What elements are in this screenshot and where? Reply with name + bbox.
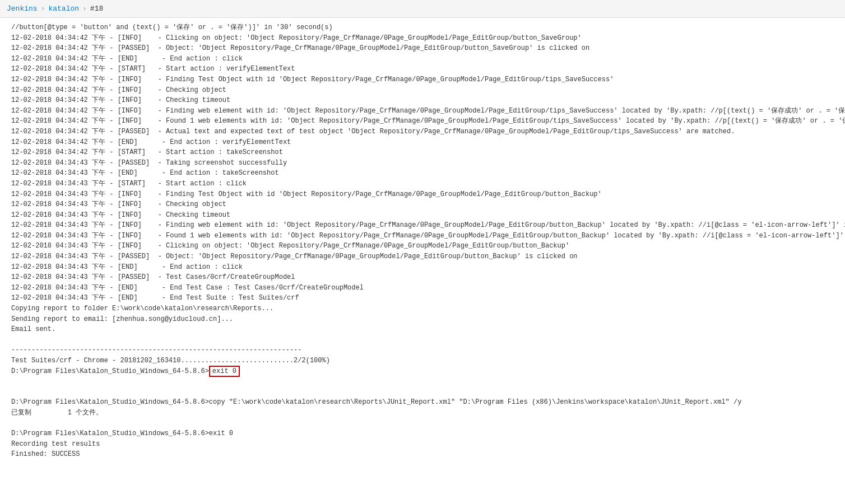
log-line: 12-02-2018 04:34:42 下午 - [INFO] - Checki… — [11, 95, 834, 106]
breadcrumb-sep2: › — [82, 4, 87, 13]
log-line: Recording test results — [11, 439, 834, 450]
log-line: 12-02-2018 04:34:42 下午 - [INFO] - Findin… — [11, 74, 834, 85]
log-line: 12-02-2018 04:34:43 下午 - [INFO] - Clicki… — [11, 241, 834, 251]
log-line: 12-02-2018 04:34:42 下午 - [END] - End act… — [11, 137, 834, 148]
log-line: 12-02-2018 04:34:42 下午 - [INFO] - Findin… — [11, 106, 834, 116]
log-line: 12-02-2018 04:34:42 下午 - [INFO] - Checki… — [11, 85, 834, 96]
log-line: 12-02-2018 04:34:43 下午 - [START] - Start… — [11, 179, 834, 189]
log-line: 12-02-2018 04:34:42 下午 - [INFO] - Found … — [11, 116, 834, 127]
log-line: 12-02-2018 04:34:43 下午 - [PASSED] - Test… — [11, 272, 834, 283]
log-line: 12-02-2018 04:34:43 下午 - [END] - End act… — [11, 262, 834, 273]
breadcrumb-sep1: › — [41, 4, 45, 13]
log-line: 12-02-2018 04:34:43 下午 - [INFO] - Checki… — [11, 199, 834, 210]
log-line — [11, 335, 834, 346]
breadcrumb-bar: Jenkins › katalon › #18 — [0, 0, 845, 18]
log-output: //button[@type = 'button' and (text() = … — [0, 18, 845, 464]
log-line: 12-02-2018 04:34:42 下午 - [START] - Start… — [11, 147, 834, 158]
log-line: ----------------------------------------… — [11, 345, 834, 356]
log-line: 12-02-2018 04:34:42 下午 - [START] - Start… — [11, 64, 834, 74]
log-line: 12-02-2018 04:34:43 下午 - [INFO] - Findin… — [11, 189, 834, 200]
log-line: 12-02-2018 04:34:43 下午 - [PASSED] - Obje… — [11, 251, 834, 262]
log-line: 12-02-2018 04:34:42 下午 - [PASSED] - Obje… — [11, 43, 834, 54]
log-line: 12-02-2018 04:34:43 下午 - [END] - End Tes… — [11, 293, 834, 304]
log-line: D:\Program Files\Katalon_Studio_Windows_… — [11, 428, 834, 439]
log-line: Test Suites/crf - Chrome - 20181202_1634… — [11, 356, 834, 366]
log-line: Sending report to email: [zhenhua.song@y… — [11, 314, 834, 325]
log-line: 12-02-2018 04:34:43 下午 - [PASSED] - Taki… — [11, 158, 834, 169]
log-line: 12-02-2018 04:34:43 下午 - [END] - End Tes… — [11, 283, 834, 293]
log-line: Finished: SUCCESS — [11, 449, 834, 460]
breadcrumb-build: #18 — [90, 4, 103, 13]
log-line: 12-02-2018 04:34:42 下午 - [INFO] - Clicki… — [11, 33, 834, 44]
log-line: 12-02-2018 04:34:43 下午 - [INFO] - Found … — [11, 231, 834, 241]
breadcrumb-katalon[interactable]: katalon — [48, 4, 79, 13]
log-line: 12-02-2018 04:34:43 下午 - [END] - End act… — [11, 168, 834, 179]
log-line — [11, 376, 834, 387]
log-line: Email sent. — [11, 324, 834, 335]
log-line: 12-02-2018 04:34:43 下午 - [INFO] - Findin… — [11, 220, 834, 231]
log-line: //button[@type = 'button' and (text() = … — [11, 22, 834, 33]
log-line — [11, 387, 834, 398]
log-line: 已复制 1 个文件。 — [11, 408, 834, 418]
log-line: Copying report to folder E:\work\code\ka… — [11, 304, 834, 314]
log-line: 12-02-2018 04:34:43 下午 - [INFO] - Checki… — [11, 210, 834, 221]
log-line: D:\Program Files\Katalon_Studio_Windows_… — [11, 366, 834, 377]
log-line: 12-02-2018 04:34:42 下午 - [END] - End act… — [11, 54, 834, 64]
exit-highlight: exit 0 — [209, 366, 240, 377]
log-line: D:\Program Files\Katalon_Studio_Windows_… — [11, 397, 834, 408]
log-line — [11, 418, 834, 429]
breadcrumb-jenkins[interactable]: Jenkins — [7, 4, 38, 13]
log-line: 12-02-2018 04:34:42 下午 - [PASSED] - Actu… — [11, 127, 834, 137]
